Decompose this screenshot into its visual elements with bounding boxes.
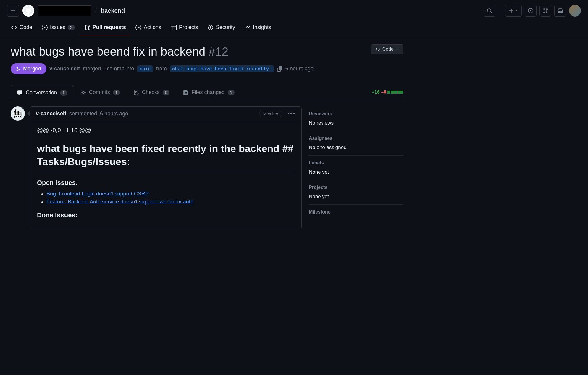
pr-timestamp: 6 hours ago — [285, 66, 314, 72]
sidebar-assignees[interactable]: Assignees No one assigned — [309, 131, 403, 156]
nav-issues[interactable]: Issues 2 — [38, 21, 79, 36]
issues-global-button[interactable] — [525, 5, 537, 17]
pr-tabs: Conversation 1 Commits 1 Checks 0 Files … — [11, 85, 403, 100]
repo-name-link[interactable]: backend — [101, 7, 125, 14]
comment-box: v-cancelself commented 6 hours ago Membe… — [30, 106, 302, 229]
diff-hunk-header: @@ -0,0 +1,16 @@ — [37, 127, 294, 134]
assignees-value: No one assigned — [309, 145, 403, 151]
nav-security-label: Security — [216, 24, 235, 30]
tab-checks[interactable]: Checks 0 — [127, 85, 177, 100]
timeline: 無 v-cancelself commented 6 hours ago Mem… — [11, 106, 302, 229]
nav-pulls-label: Pull requests — [93, 24, 126, 30]
diffstat: +16 −0 — [372, 90, 403, 95]
github-logo[interactable] — [22, 5, 34, 17]
pr-title-text: what bugs have beend fix in backend — [11, 45, 209, 58]
triangle-down-icon — [396, 48, 399, 51]
graph-icon — [245, 25, 251, 30]
comment-action: commented — [69, 111, 97, 117]
issue-link[interactable]: Feature: Backend Auth service doesn't su… — [46, 199, 193, 205]
done-issues-heading: Done Issues: — [37, 211, 294, 219]
commenter-avatar[interactable]: 無 — [11, 106, 25, 121]
projects-value: None yet — [309, 194, 403, 200]
table-icon — [171, 25, 177, 30]
notifications-button[interactable] — [554, 5, 566, 17]
copy-icon[interactable] — [277, 66, 282, 72]
git-commit-icon — [81, 90, 86, 95]
pr-title: what bugs have beend fix in backend #12 — [11, 44, 366, 59]
deletions-count: −0 — [381, 90, 386, 95]
comment-body-heading: what bugs have been fixed recently in th… — [37, 142, 294, 172]
head-branch[interactable]: what-bugs-have-been-fixed-recently- — [170, 65, 274, 72]
sidebar-milestone[interactable]: Milestone — [309, 205, 403, 223]
tab-files[interactable]: Files changed 1 — [176, 85, 241, 100]
comment-time[interactable]: 6 hours ago — [100, 111, 128, 117]
global-header: / backend — [0, 0, 588, 21]
comment-discussion-icon — [17, 90, 23, 96]
search-button[interactable] — [484, 5, 495, 17]
labels-value: None yet — [309, 169, 403, 175]
divider — [500, 7, 500, 14]
diff-blocks — [387, 91, 403, 94]
merged-badge: Merged — [11, 63, 46, 74]
open-issues-heading: Open Issues: — [37, 179, 294, 187]
git-pull-request-icon — [84, 25, 90, 30]
nav-actions-label: Actions — [144, 24, 161, 30]
comment-menu-button[interactable]: ••• — [287, 110, 295, 117]
git-pull-request-icon — [543, 8, 548, 13]
pr-status-line: Merged v-cancelself merged 1 commit into… — [11, 63, 403, 74]
github-mark-icon — [24, 6, 33, 15]
tab-conversation[interactable]: Conversation 1 — [11, 85, 74, 100]
nav-actions[interactable]: Actions — [131, 21, 165, 36]
play-icon — [135, 25, 141, 30]
tab-checks-label: Checks — [142, 89, 160, 96]
dot-circle-icon — [528, 8, 533, 13]
code-icon — [11, 25, 17, 30]
repo-separator: / — [95, 8, 97, 14]
comment-author-link[interactable]: v-cancelself — [36, 111, 66, 117]
open-issues-list: Bug: Frontend Login doesn't support CSRP… — [37, 191, 294, 205]
comment-header: v-cancelself commented 6 hours ago Membe… — [30, 107, 301, 121]
sidebar-reviewers[interactable]: Reviewers No reviews — [309, 106, 403, 131]
nav-projects-label: Projects — [179, 24, 198, 30]
nav-insights[interactable]: Insights — [240, 21, 275, 36]
tab-commits-count: 1 — [113, 90, 120, 95]
user-avatar[interactable] — [569, 5, 581, 17]
code-dropdown-button[interactable]: Code — [371, 44, 403, 54]
tab-checks-count: 0 — [163, 90, 170, 95]
plus-icon — [509, 8, 514, 13]
sidebar-projects[interactable]: Projects None yet — [309, 180, 403, 205]
merged-label: Merged — [23, 66, 41, 72]
tab-files-label: Files changed — [191, 89, 224, 96]
create-new-button[interactable] — [505, 5, 522, 17]
projects-heading: Projects — [309, 185, 403, 190]
issue-link[interactable]: Bug: Frontend Login doesn't support CSRP — [46, 191, 149, 197]
tab-commits-label: Commits — [89, 89, 110, 96]
reviewers-value: No reviews — [309, 120, 403, 126]
nav-security[interactable]: Security — [203, 21, 239, 36]
triangle-down-icon — [515, 9, 518, 12]
sidebar-labels[interactable]: Labels None yet — [309, 156, 403, 180]
tab-files-count: 1 — [228, 90, 235, 95]
member-badge: Member — [259, 111, 282, 117]
merge-text: merged 1 commit into — [83, 66, 134, 72]
hamburger-menu-button[interactable] — [7, 5, 19, 17]
file-diff-icon — [183, 90, 188, 95]
pr-number: #12 — [209, 45, 228, 58]
base-branch[interactable]: main — [137, 65, 153, 72]
pr-author-link[interactable]: v-cancelself — [49, 66, 80, 72]
nav-insights-label: Insights — [253, 24, 271, 30]
code-btn-label: Code — [382, 46, 394, 52]
nav-code[interactable]: Code — [7, 21, 36, 36]
shield-icon — [208, 25, 214, 30]
issue-icon — [42, 25, 48, 30]
nav-code-label: Code — [20, 24, 32, 30]
repo-owner-link[interactable] — [38, 5, 91, 16]
nav-projects[interactable]: Projects — [167, 21, 202, 36]
pr-sidebar: Reviewers No reviews Assignees No one as… — [309, 106, 403, 223]
pull-requests-global-button[interactable] — [539, 5, 551, 17]
search-icon — [487, 8, 492, 13]
nav-pull-requests[interactable]: Pull requests — [80, 21, 130, 36]
tab-commits[interactable]: Commits 1 — [74, 85, 127, 100]
labels-heading: Labels — [309, 160, 403, 166]
code-icon — [375, 47, 380, 51]
